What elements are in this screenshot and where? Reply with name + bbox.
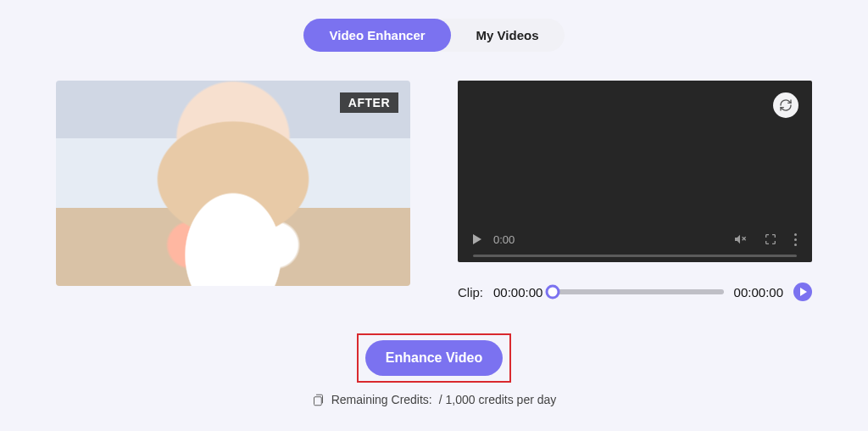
play-icon[interactable] <box>473 234 481 244</box>
credits-row: Remaining Credits: / 1,000 credits per d… <box>0 393 868 406</box>
clip-slider-thumb[interactable] <box>546 285 560 299</box>
clip-play-button[interactable] <box>793 283 812 301</box>
tab-pill: Video Enhancer My Videos <box>303 19 564 52</box>
video-controls: 0:00 <box>458 215 812 262</box>
credits-label: Remaining Credits: <box>331 393 432 406</box>
credits-icon <box>312 394 325 406</box>
main-panels: AFTER 0:00 <box>0 81 868 301</box>
mute-icon[interactable] <box>733 232 747 246</box>
video-time: 0:00 <box>493 233 515 246</box>
clip-controls: Clip: 00:00:00 00:00:00 <box>458 283 812 301</box>
clip-start-time: 00:00:00 <box>493 285 542 299</box>
video-panel: 0:00 Clip: 00:00:00 00:00:00 <box>458 81 812 301</box>
sample-image: AFTER <box>56 81 410 286</box>
sample-panel: AFTER <box>56 81 410 301</box>
clip-end-time: 00:00:00 <box>734 285 783 299</box>
svg-rect-2 <box>314 396 321 405</box>
refresh-icon[interactable] <box>773 92 798 118</box>
clip-slider[interactable] <box>553 289 723 294</box>
tab-video-enhancer[interactable]: Video Enhancer <box>303 19 450 52</box>
video-player[interactable]: 0:00 <box>458 81 812 262</box>
highlight-box: Enhance Video <box>357 333 511 383</box>
after-badge: AFTER <box>340 92 398 113</box>
clip-label: Clip: <box>458 285 483 299</box>
enhance-video-button[interactable]: Enhance Video <box>365 340 503 376</box>
enhance-section: Enhance Video <box>0 333 868 383</box>
tab-my-videos[interactable]: My Videos <box>451 19 565 52</box>
more-icon[interactable] <box>794 233 797 246</box>
tab-bar: Video Enhancer My Videos <box>0 0 868 52</box>
credits-rate: / 1,000 credits per day <box>439 393 557 406</box>
fullscreen-icon[interactable] <box>764 232 777 246</box>
video-progress[interactable] <box>473 255 797 257</box>
